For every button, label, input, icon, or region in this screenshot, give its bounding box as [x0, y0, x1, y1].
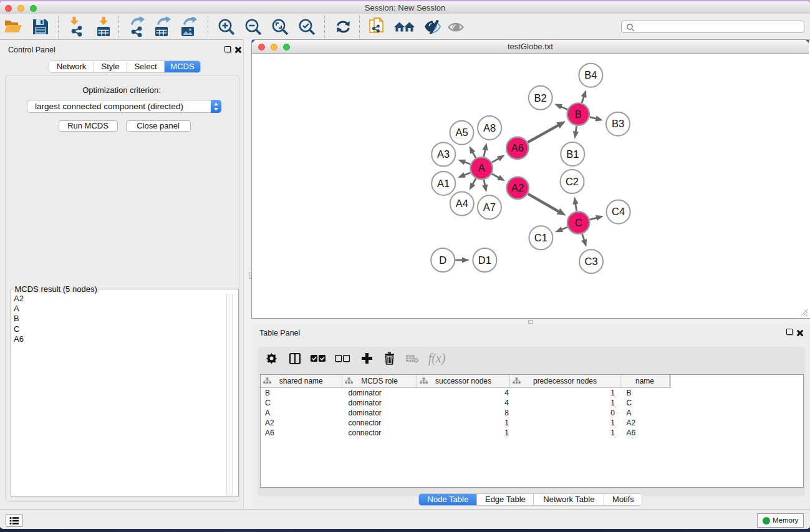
svg-text:A1: A1 [437, 178, 450, 189]
svg-text:C: C [575, 217, 582, 228]
svg-text:C1: C1 [534, 232, 547, 243]
svg-text:C3: C3 [585, 256, 598, 267]
svg-text:A7: A7 [483, 201, 496, 213]
svg-text:A8: A8 [483, 122, 496, 133]
svg-text:B2: B2 [534, 92, 547, 104]
svg-text:B: B [575, 109, 582, 120]
svg-text:A6: A6 [511, 142, 524, 153]
svg-text:D: D [439, 254, 446, 266]
svg-text:B1: B1 [566, 148, 579, 160]
svg-text:A: A [478, 162, 485, 173]
svg-text:A5: A5 [455, 127, 468, 138]
svg-text:A3: A3 [437, 148, 450, 160]
svg-text:B4: B4 [584, 69, 597, 80]
svg-text:C2: C2 [566, 176, 579, 187]
svg-text:C4: C4 [612, 206, 625, 217]
svg-text:A4: A4 [456, 198, 468, 209]
svg-text:B3: B3 [612, 118, 624, 129]
svg-text:A2: A2 [511, 182, 524, 193]
svg-text:D1: D1 [478, 254, 491, 266]
